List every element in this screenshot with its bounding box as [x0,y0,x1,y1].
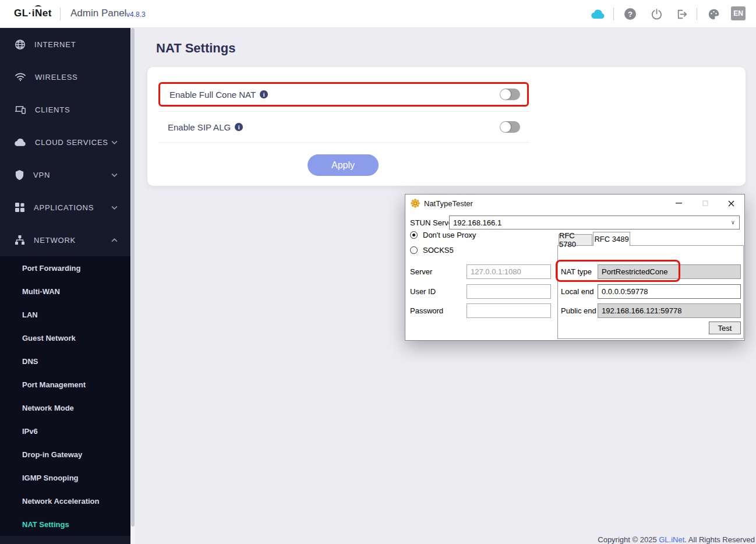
sidebar-item-label: CLOUD SERVICES [35,138,108,147]
sidebar-item-wireless[interactable]: WIRELESS [0,61,130,93]
globe-icon [15,39,26,50]
theme-palette-icon[interactable] [706,7,720,21]
copyright-footer: Copyright © 2025 GL.iNet. All Rights Res… [598,535,755,544]
sidebar-item-guest-network[interactable]: Guest Network [0,326,130,349]
sidebar-item-nat-settings[interactable]: NAT Settings [0,513,130,536]
sidebar-item-lan[interactable]: LAN [0,303,130,326]
top-header: GL·iNet Admin Panel v4.8.3 ? EN [0,0,756,28]
header-divider [697,8,697,20]
user-id-input[interactable] [467,284,551,299]
sidebar-item-network-acceleration[interactable]: Network Acceleration [0,489,130,513]
chevron-down-icon [111,206,118,210]
reboot-icon[interactable] [649,7,663,21]
sidebar-item-label: WIRELESS [35,73,78,82]
sidebar-item-applications[interactable]: APPLICATIONS [0,191,130,224]
sidebar-item-igmp-snooping[interactable]: IGMP Snooping [0,466,130,489]
password-label: Password [410,306,443,315]
sip-alg-label: Enable SIP ALG i [168,122,243,132]
devices-icon [15,104,26,115]
stun-server-value: 192.168.166.1 [453,218,501,227]
tab-rfc-3489[interactable]: RFC 3489 [593,232,630,246]
shield-icon [15,169,24,181]
sidebar-item-port-forwarding[interactable]: Port Forwarding [0,256,130,280]
window-title: NatTypeTester [424,199,473,208]
chevron-up-icon [111,238,118,242]
close-button[interactable] [718,195,744,212]
sidebar-item-label: CLIENTS [35,105,70,114]
test-button[interactable]: Test [709,322,741,334]
cloud-status-icon[interactable] [591,7,605,21]
nat-type-label: NAT type [561,267,592,276]
sidebar-item-internet[interactable]: INTERNET [0,28,130,61]
chevron-down-icon [111,140,118,144]
logo-wifi-arc [35,5,41,9]
server-label: Server [410,267,432,276]
network-submenu: Port Forwarding Multi-WAN LAN Guest Netw… [0,256,130,536]
nat-settings-card: Enable Full Cone NAT i Enable SIP ALG i … [147,67,746,186]
app-title: Admin Panel [70,8,126,19]
public-end-label: Public end [561,306,596,315]
window-titlebar[interactable]: NatTypeTester [405,195,744,212]
maximize-button[interactable] [692,195,718,212]
app-gear-icon [411,199,420,208]
full-cone-nat-row: Enable Full Cone NAT i [158,82,529,107]
language-selector[interactable]: EN [731,6,746,20]
radio-selected-icon [410,231,418,239]
sidebar-item-multi-wan[interactable]: Multi-WAN [0,280,130,303]
apply-button[interactable]: Apply [308,154,379,176]
cloud-icon [15,138,26,147]
full-cone-nat-toggle[interactable] [500,89,520,100]
sidebar-item-label: VPN [33,171,50,179]
nattypetester-window: NatTypeTester STUN Server 192.168.166.1 … [405,194,745,341]
sidebar-item-vpn[interactable]: VPN [0,158,130,191]
sidebar-item-ipv6[interactable]: IPv6 [0,419,130,443]
row-divider [158,142,529,143]
app-version: v4.8.3 [126,10,146,19]
sidebar-item-network-mode[interactable]: Network Mode [0,396,130,419]
sidebar-item-drop-in-gateway[interactable]: Drop-in Gateway [0,443,130,466]
password-input[interactable] [467,303,551,318]
full-cone-nat-label: Enable Full Cone NAT i [169,90,268,100]
info-icon[interactable]: i [260,90,268,98]
info-icon[interactable]: i [235,123,243,131]
wifi-icon [15,72,26,82]
sidebar-item-network[interactable]: NETWORK [0,224,130,256]
combobox-chevron-icon: ∨ [731,219,735,225]
local-end-label: Local end [561,287,594,296]
stun-server-combobox[interactable]: 192.168.166.1 ∨ [449,216,740,229]
chevron-down-icon [111,173,118,177]
dont-use-proxy-radio[interactable]: Don't use Proxy [410,231,476,239]
header-divider [60,8,61,20]
network-tree-icon [15,235,25,245]
logout-icon[interactable] [674,7,688,21]
sidebar-item-label: APPLICATIONS [34,203,94,212]
public-end-field [598,303,741,318]
page-title: NAT Settings [156,41,235,56]
radio-unselected-icon [410,246,418,254]
sip-alg-toggle[interactable] [500,121,520,133]
scrollbar-thumb[interactable] [131,28,135,527]
sidebar-item-label: INTERNET [34,40,76,49]
sidebar-item-clients[interactable]: CLIENTS [0,93,130,126]
sidebar-scrollbar[interactable] [130,28,135,544]
header-divider [613,8,614,20]
server-input[interactable] [467,264,551,279]
sidebar-item-label: NETWORK [34,236,76,245]
sidebar-nav: INTERNET WIRELESS CLIENTS CLOUD SERVICES… [0,28,130,544]
nat-type-field [598,264,741,279]
sip-alg-row: Enable SIP ALG i [158,112,529,142]
tab-rfc-5780[interactable]: RFC 5780 [559,234,592,246]
sidebar-item-dns[interactable]: DNS [0,349,130,373]
stun-server-label: STUN Server [410,218,455,227]
sidebar-item-port-management[interactable]: Port Management [0,373,130,396]
minimize-button[interactable] [666,195,692,212]
local-end-field[interactable] [598,284,741,299]
help-icon[interactable]: ? [623,7,637,21]
sidebar-item-cloud-services[interactable]: CLOUD SERVICES [0,126,130,158]
gl-inet-logo[interactable]: GL·iNet [14,8,52,19]
apps-grid-icon [15,202,25,213]
user-id-label: User ID [410,287,436,296]
gl-inet-link[interactable]: GL.iNet [659,535,684,544]
socks5-radio[interactable]: SOCKS5 [410,246,454,255]
